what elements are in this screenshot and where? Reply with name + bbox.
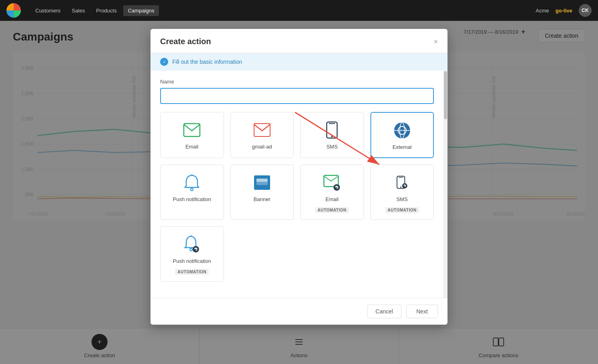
nav-sales[interactable]: Sales (67, 5, 90, 16)
push-label: Push notification (173, 196, 211, 203)
top-navigation: Customers Sales Products Campaigns Acme … (0, 0, 598, 21)
name-field-label: Name (160, 79, 434, 85)
modal-scrollbar[interactable] (443, 71, 447, 298)
push-auto-label: Push notification (173, 258, 211, 265)
action-card-external[interactable]: External (370, 112, 434, 158)
sms-auto-badge: AUTOMATION (385, 207, 419, 213)
email-auto-badge: AUTOMATION (315, 207, 349, 213)
gmail-label: gmail-ad (252, 144, 272, 150)
external-icon (393, 121, 412, 140)
nav-items: Customers Sales Products Campaigns (31, 5, 526, 16)
banner-icon (252, 173, 272, 192)
action-card-sms-automation[interactable]: SMS AUTOMATION (370, 165, 434, 220)
create-action-modal: Create action × ✓ Fill out the basic inf… (151, 29, 447, 325)
action-card-sms[interactable]: SMS (300, 112, 364, 158)
action-card-push-automation[interactable]: Push notification AUTOMATION (160, 226, 224, 282)
modal-scrollbar-thumb[interactable] (444, 71, 447, 119)
modal-close-button[interactable]: × (433, 38, 438, 45)
svg-rect-20 (184, 124, 200, 136)
banner-label: Banner (254, 196, 271, 203)
action-card-email[interactable]: Email (160, 112, 224, 158)
sms-label: SMS (326, 144, 338, 150)
nav-products[interactable]: Products (91, 5, 121, 16)
email-icon (182, 120, 201, 140)
email-automation-icon (322, 173, 342, 192)
info-icon: ✓ (160, 58, 168, 66)
cancel-button[interactable]: Cancel (367, 305, 402, 318)
push-icon (182, 173, 201, 192)
modal-header: Create action × (151, 29, 447, 53)
svg-rect-21 (254, 124, 270, 136)
main-content: Campaigns 3,000 2,500 (0, 21, 598, 364)
workspace-name: Acme (536, 8, 549, 14)
svg-rect-22 (254, 124, 270, 136)
sms-icon (322, 120, 342, 140)
push-auto-badge: AUTOMATION (175, 269, 209, 275)
svg-point-30 (191, 188, 193, 191)
modal-footer: Cancel Next (151, 298, 447, 325)
svg-rect-34 (256, 179, 268, 182)
golive-button[interactable]: go-live (555, 8, 572, 14)
email-label: Email (185, 144, 199, 150)
sms-automation-icon (393, 173, 412, 192)
nav-customers[interactable]: Customers (31, 5, 65, 16)
action-card-push[interactable]: Push notification (160, 165, 224, 220)
user-avatar[interactable]: CK (579, 4, 592, 17)
modal-title: Create action (160, 37, 211, 46)
svg-rect-24 (329, 123, 335, 124)
action-card-banner[interactable]: Banner (230, 165, 294, 220)
name-input[interactable] (160, 88, 434, 104)
topnav-right: Acme go-live CK (536, 4, 592, 17)
modal-scroll-area: Name Email (151, 71, 447, 298)
nav-campaigns[interactable]: Campaigns (123, 5, 159, 16)
modal-overlay: Create action × ✓ Fill out the basic inf… (0, 21, 598, 364)
email-auto-label: Email (325, 196, 339, 203)
sms-auto-label: SMS (397, 196, 408, 203)
action-type-grid: Email gmail-ad (160, 112, 434, 282)
action-card-gmail[interactable]: gmail-ad (230, 112, 294, 158)
external-label: External (393, 144, 412, 151)
modal-scroll-content: Name Email (151, 71, 443, 298)
gmail-icon (252, 120, 272, 140)
action-card-email-automation[interactable]: Email AUTOMATION (300, 165, 364, 220)
info-banner-text: Fill out the basic information (172, 59, 242, 65)
modal-info-banner: ✓ Fill out the basic information (151, 53, 447, 71)
svg-point-41 (190, 248, 192, 251)
app-logo (6, 3, 21, 18)
next-button[interactable]: Next (406, 305, 438, 318)
svg-point-25 (331, 136, 333, 137)
svg-rect-38 (399, 177, 403, 178)
svg-point-39 (400, 186, 401, 187)
push-automation-icon (182, 235, 201, 254)
